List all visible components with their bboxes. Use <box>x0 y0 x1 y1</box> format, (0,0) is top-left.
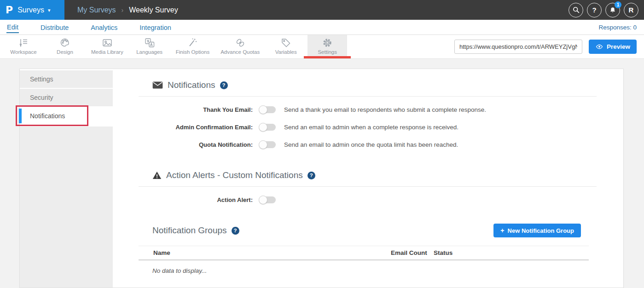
breadcrumb-current-survey: Weekly Survey <box>129 6 178 14</box>
thank-you-email-toggle[interactable] <box>259 106 276 113</box>
sidebar-item-settings[interactable]: Settings <box>20 70 113 88</box>
question-mark-icon: ? <box>592 6 596 14</box>
survey-url-input[interactable] <box>454 40 582 54</box>
plus-icon: + <box>500 227 504 234</box>
questionpro-logo: P <box>6 4 13 16</box>
thank-you-email-row: Thank You Email: Send a thank you email … <box>139 105 597 114</box>
top-bar: P Surveys ▾ My Surveys › Weekly Survey ?… <box>0 0 644 20</box>
notification-count-badge: 1 <box>615 1 621 8</box>
search-button[interactable] <box>569 3 583 17</box>
section-title-notifications: Notifications <box>168 80 215 90</box>
new-notification-group-button[interactable]: + New Notification Group <box>493 224 581 237</box>
toolbar-finish-options[interactable]: Finish Options <box>171 35 215 56</box>
settings-card: Settings Security Notifications Notif <box>19 69 624 288</box>
workspace-icon <box>17 37 29 49</box>
survey-nav: Edit Distribute Analytics Integration Re… <box>0 20 644 35</box>
admin-confirmation-email-row: Admin Confirmation Email: Send an email … <box>139 122 597 132</box>
settings-page: Settings Security Notifications Notif <box>0 59 644 288</box>
search-icon <box>572 6 580 14</box>
tab-distribute[interactable]: Distribute <box>40 22 69 33</box>
notifications-help-icon[interactable]: ? <box>220 81 228 89</box>
avatar-letter: R <box>629 6 634 14</box>
quota-notification-description: Send an email to admin once the quota li… <box>284 141 458 148</box>
sidebar-item-notifications[interactable]: Notifications <box>20 107 113 125</box>
toolbar-languages[interactable]: Languages <box>130 35 169 56</box>
warning-triangle-icon <box>152 171 162 179</box>
help-button[interactable]: ? <box>587 3 602 17</box>
translate-icon <box>144 37 156 49</box>
toolbar-design[interactable]: Design <box>45 35 85 56</box>
notification-groups-help-icon[interactable]: ? <box>232 227 239 235</box>
tab-integration[interactable]: Integration <box>139 22 172 33</box>
tag-icon <box>280 37 292 49</box>
empty-state-text: No data to display... <box>139 267 589 274</box>
edit-toolbar: Workspace Design Media Library Languages… <box>0 35 644 59</box>
thank-you-email-label: Thank You Email: <box>139 106 253 113</box>
preview-button[interactable]: Preview <box>589 40 637 54</box>
design-palette-icon <box>59 37 71 49</box>
magic-wand-icon <box>186 37 198 49</box>
admin-confirmation-email-toggle[interactable] <box>259 124 276 131</box>
chain-link-icon <box>234 37 246 49</box>
toolbar-media-library[interactable]: Media Library <box>87 35 128 56</box>
eye-icon <box>595 44 603 50</box>
quota-notification-row: Quota Notification: Send an email to adm… <box>139 140 597 149</box>
notifications-panel: Notifications ? Thank You Email: Send a … <box>113 69 623 288</box>
section-title-action-alerts: Action Alerts - Custom Notifications <box>166 170 303 180</box>
active-indicator-bar <box>19 109 22 123</box>
image-icon <box>101 37 113 49</box>
quota-notification-label: Quota Notification: <box>139 141 253 148</box>
product-label: Surveys <box>17 6 44 14</box>
toolbar-advance-quotas[interactable]: Advance Quotas <box>216 35 264 56</box>
breadcrumb-my-surveys[interactable]: My Surveys <box>77 6 116 14</box>
chevron-down-icon: ▾ <box>48 7 51 13</box>
breadcrumb: My Surveys › Weekly Survey <box>77 0 178 20</box>
toolbar-variables[interactable]: Variables <box>266 35 306 56</box>
user-avatar[interactable]: R <box>624 3 638 17</box>
column-header-status: Status <box>434 249 589 256</box>
toolbar-workspace[interactable]: Workspace <box>4 35 43 56</box>
responses-count[interactable]: Responses: 0 <box>598 24 637 31</box>
action-alert-toggle[interactable] <box>259 196 276 203</box>
envelope-icon <box>152 81 163 89</box>
settings-highlight-underline <box>304 56 351 58</box>
section-title-notification-groups: Notification Groups <box>152 225 227 236</box>
section-divider <box>139 186 597 187</box>
admin-confirmation-email-description: Send an email to admin when a complete r… <box>284 124 458 131</box>
notifications-button[interactable]: 1 <box>605 3 620 17</box>
settings-sidebar: Settings Security Notifications <box>20 69 113 288</box>
column-header-email-count: Email Count <box>391 249 434 256</box>
quota-notification-toggle[interactable] <box>259 141 276 148</box>
thank-you-email-description: Send a thank you email to respondents wh… <box>284 106 486 113</box>
action-alerts-help-icon[interactable]: ? <box>307 172 315 179</box>
column-header-name: Name <box>139 249 391 256</box>
tab-edit[interactable]: Edit <box>6 21 19 33</box>
sidebar-item-security[interactable]: Security <box>20 89 113 106</box>
gear-icon <box>321 37 333 49</box>
sidebar-filler <box>20 127 113 288</box>
action-alert-label: Action Alert: <box>139 196 253 203</box>
breadcrumb-separator-icon: › <box>122 6 124 14</box>
tab-analytics[interactable]: Analytics <box>90 22 118 33</box>
table-header-row: Name Email Count Status <box>139 246 589 260</box>
surveys-product-menu[interactable]: P Surveys ▾ <box>0 0 64 20</box>
toolbar-settings[interactable]: Settings <box>307 35 347 56</box>
notification-groups-table: Name Email Count Status No data to displ… <box>139 246 589 274</box>
admin-confirmation-email-label: Admin Confirmation Email: <box>139 124 253 131</box>
action-alert-row: Action Alert: <box>139 195 597 204</box>
section-divider <box>139 96 597 97</box>
